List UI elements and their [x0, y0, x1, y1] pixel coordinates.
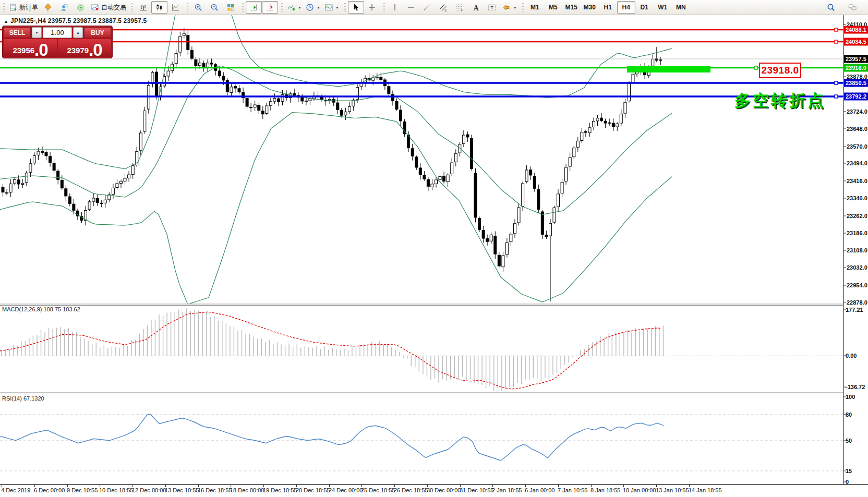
volume-input[interactable]: 1.00: [43, 27, 72, 38]
chart-shift-button[interactable]: [262, 1, 278, 14]
volume-increase-button[interactable]: ▲: [73, 27, 83, 38]
indicators-add-icon: [287, 3, 296, 12]
price-tick-label: 23648.0: [847, 126, 867, 132]
tf-m15[interactable]: M15: [562, 1, 581, 14]
bar-chart-button[interactable]: [135, 1, 151, 14]
line-anchor-handle[interactable]: [835, 28, 838, 31]
new-order-button[interactable]: 新订单: [7, 1, 40, 14]
tf-mn[interactable]: MN: [672, 1, 690, 14]
dropdown-caret-icon[interactable]: ▼: [513, 6, 517, 9]
cursor-button[interactable]: [348, 1, 364, 14]
tile-windows-button[interactable]: [223, 1, 239, 14]
time-tick-label: 12 Dec 00:00: [132, 487, 166, 493]
time-tick-label: 13 Dec 10:55: [165, 487, 199, 493]
price-annotation-box[interactable]: 23918.0: [759, 63, 801, 78]
sell-button[interactable]: SELL: [4, 27, 31, 38]
auto-scroll-button[interactable]: [246, 1, 262, 14]
toolbar-grip[interactable]: [383, 3, 385, 12]
time-tick-label: 24 Dec 00:00: [329, 487, 363, 493]
macd-scale-label: -136.72: [846, 384, 865, 390]
rsi-scale-label: 50: [846, 438, 852, 444]
tile-windows-icon: [226, 3, 235, 12]
line-anchor-handle[interactable]: [835, 95, 838, 98]
toolbar-grip[interactable]: [242, 3, 244, 12]
fibonacci-button[interactable]: F: [452, 1, 468, 14]
tf-m1[interactable]: M1: [526, 1, 544, 14]
new-order-icon: [9, 3, 18, 12]
horizontal-line-button[interactable]: [403, 1, 419, 14]
price-chart[interactable]: [0, 0, 868, 497]
toolbar-grip[interactable]: [344, 3, 346, 12]
time-tick-label: 20 Dec 18:55: [296, 487, 330, 493]
tf-m15-label: M15: [565, 4, 577, 11]
tf-w1[interactable]: W1: [654, 1, 672, 14]
buy-price[interactable]: 23979.0: [58, 39, 111, 57]
autotrading-button[interactable]: 自动交易: [89, 1, 128, 14]
toolbar-group-chart-type: [128, 0, 184, 15]
crosshair-button[interactable]: [364, 1, 380, 14]
signals-button[interactable]: [73, 1, 89, 14]
line-chart-button[interactable]: [167, 1, 184, 14]
dropdown-caret-icon[interactable]: ▼: [317, 6, 320, 9]
price-tick-label: 22954.0: [847, 282, 867, 288]
cursor-icon: [352, 3, 360, 12]
chat-icon: [848, 3, 857, 12]
periods-button[interactable]: ▼: [304, 1, 322, 14]
crosshair-icon: [368, 3, 377, 12]
kite-button[interactable]: [40, 1, 56, 14]
svg-text:A: A: [473, 4, 479, 11]
candlestick-button[interactable]: [151, 1, 167, 14]
buy-button[interactable]: BUY: [84, 27, 111, 38]
search-button[interactable]: [823, 1, 839, 14]
tf-m5[interactable]: M5: [544, 1, 562, 14]
indicators-button[interactable]: ▼: [285, 1, 304, 14]
text-button[interactable]: A: [468, 1, 484, 14]
zoom-in-button[interactable]: [190, 1, 207, 14]
kite-icon: [44, 3, 53, 12]
sell-price-main: 23956: [13, 46, 34, 54]
tf-h4-label: H4: [622, 4, 630, 11]
dropdown-caret-icon[interactable]: ▼: [298, 6, 302, 9]
tf-h1[interactable]: H1: [599, 1, 617, 14]
trendline-button[interactable]: [419, 1, 436, 14]
time-tick-label: 2 Jan 18:55: [492, 487, 522, 493]
toolbar-grip[interactable]: [281, 3, 283, 12]
channel-button[interactable]: E: [436, 1, 452, 14]
candlestick-icon: [155, 3, 164, 12]
shapes-button[interactable]: ▼: [500, 1, 519, 14]
dropdown-caret-icon[interactable]: ▼: [335, 6, 339, 9]
community-button[interactable]: [56, 1, 73, 14]
toolbar-grip[interactable]: [522, 3, 524, 12]
signal-icon: [76, 3, 85, 12]
templates-button[interactable]: ▼: [322, 1, 341, 14]
toolbar-group-insert: ▼▼▼: [278, 0, 341, 15]
cloud-user-icon: [60, 3, 69, 12]
chat-button[interactable]: [845, 1, 861, 14]
periods-clock-icon: [306, 3, 315, 12]
panel-toggle-icon[interactable]: ▲: [4, 19, 8, 24]
zoom-out-icon: [210, 3, 219, 12]
toolbar-group-zoom: [184, 0, 239, 15]
toolbar-grip[interactable]: [131, 3, 133, 12]
toolbar-right-icons: [823, 1, 868, 14]
toolbar-grip[interactable]: [187, 3, 188, 12]
macd-scale-label: 0.00: [846, 353, 857, 359]
zoom-out-button[interactable]: [207, 1, 223, 14]
price-tick-label: 23032.0: [847, 264, 867, 271]
price-tick-label: 23340.0: [847, 195, 867, 201]
tf-m1-label: M1: [531, 4, 539, 11]
macd-pane: [0, 308, 843, 391]
toolbar-grip[interactable]: [3, 3, 5, 12]
auto-scroll-icon: [249, 3, 258, 12]
line-anchor-handle[interactable]: [754, 66, 757, 69]
vertical-line-button[interactable]: [387, 1, 403, 14]
tf-h4[interactable]: H4: [617, 1, 635, 14]
tf-m30[interactable]: M30: [581, 1, 599, 14]
volume-decrease-button[interactable]: ▼: [32, 27, 42, 38]
label-button[interactable]: T: [484, 1, 500, 14]
line-anchor-handle[interactable]: [835, 40, 838, 43]
sell-price[interactable]: 23956.0: [4, 39, 57, 57]
line-anchor-handle[interactable]: [835, 81, 838, 84]
tf-d1[interactable]: D1: [635, 1, 654, 14]
time-tick-label: 10 Dec 18:55: [99, 487, 133, 493]
